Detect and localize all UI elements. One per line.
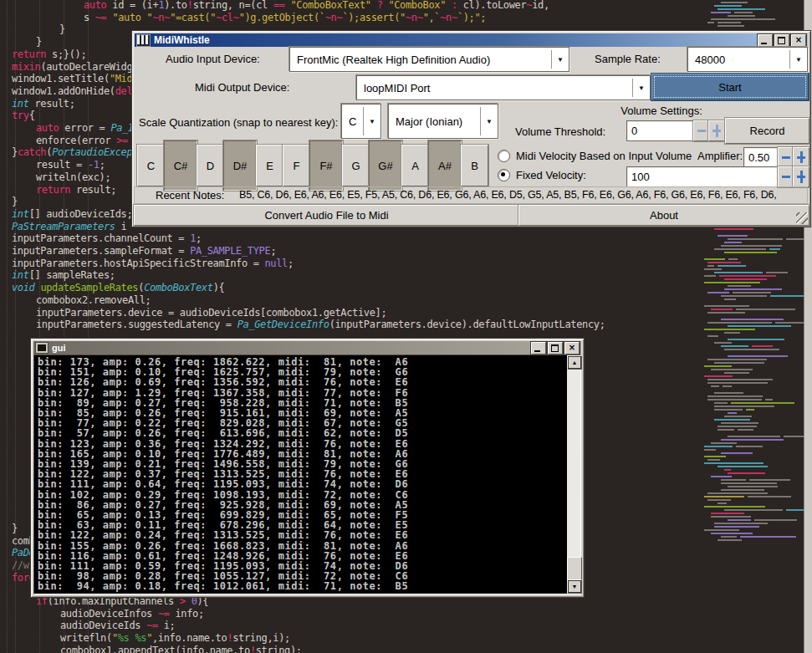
minimap-line xyxy=(707,459,720,461)
minimap-line xyxy=(728,436,780,437)
minimap-line xyxy=(719,275,776,277)
close-icon[interactable]: × xyxy=(564,342,580,355)
minimap-line xyxy=(707,379,773,380)
minimap-line xyxy=(714,419,750,421)
minimap-line xyxy=(718,265,746,267)
minimap-line xyxy=(718,429,734,431)
recent-notes-list: B5, C6, D6, E6, A6, E6, E5, F5, A5, C6, … xyxy=(239,189,806,201)
velocity-increment-button[interactable] xyxy=(793,166,809,187)
minimap-line xyxy=(718,503,727,504)
note-key-B[interactable]: B xyxy=(461,145,488,186)
minimap-line xyxy=(786,509,804,511)
code-line: } xyxy=(12,196,18,208)
minimap-line xyxy=(724,298,736,300)
code-line: combobox2.removeAll; xyxy=(36,294,151,307)
console-line: bin: 127, amp: 1.29, freq: 1367.358, mid… xyxy=(38,388,565,398)
note-key-E[interactable]: E xyxy=(256,145,283,186)
note-key-C#[interactable]: C# xyxy=(164,140,197,191)
minimap-line xyxy=(704,305,749,307)
note-key-F#[interactable]: F# xyxy=(309,140,343,191)
velocity-decrement-button[interactable] xyxy=(778,166,794,187)
minimap-line xyxy=(724,509,783,511)
note-key-D[interactable]: D xyxy=(197,145,224,186)
note-key-F[interactable]: F xyxy=(283,145,310,186)
minimap-line xyxy=(711,533,753,534)
minimize-icon[interactable] xyxy=(531,342,546,355)
scroll-down-icon[interactable]: ▼ xyxy=(567,579,582,594)
code-line: inputParameters.hostApiSpecificStreamInf… xyxy=(12,258,294,270)
minimap-line xyxy=(724,416,752,417)
console-line: bin: 111, amp: 0.64, freq: 1195.093, mid… xyxy=(38,479,565,489)
minimap-line xyxy=(718,539,742,541)
scroll-up-icon[interactable]: ▲ xyxy=(567,355,582,370)
minimap-line xyxy=(707,262,741,263)
minimap-line xyxy=(724,288,782,290)
minimap-line xyxy=(786,238,804,240)
scrollbar-thumb[interactable] xyxy=(567,557,582,580)
minimap-line xyxy=(752,345,773,347)
note-key-G#[interactable]: G# xyxy=(369,140,402,191)
console-title: gui xyxy=(52,343,66,353)
minimap-line xyxy=(711,476,732,477)
code-line: combobox1.appendText(info.name.to!string… xyxy=(60,645,302,653)
minimap-line xyxy=(707,292,729,293)
minimap-line xyxy=(728,339,784,340)
console-icon xyxy=(35,342,49,354)
maximize-icon[interactable] xyxy=(548,342,563,355)
minimap-line xyxy=(704,375,733,377)
minimap-line xyxy=(721,439,784,441)
minimap-line xyxy=(707,382,768,384)
minimap-line xyxy=(721,452,753,454)
minimap-line xyxy=(728,15,755,17)
minimap-line xyxy=(711,442,737,444)
fixed-velocity-radio[interactable] xyxy=(498,169,510,181)
minimap[interactable] xyxy=(699,227,804,544)
about-button[interactable]: About xyxy=(518,205,809,226)
console-line: bin: 57, amp: 0.26, freq: 613.696, midi:… xyxy=(38,428,565,438)
amplifier-decrement-button[interactable] xyxy=(778,147,794,167)
console-line: bin: 102, amp: 0.29, freq: 1098.193, mid… xyxy=(38,490,565,500)
minimap-line xyxy=(784,436,804,437)
minimap-line xyxy=(718,22,741,23)
code-line: int[] sampleRates; xyxy=(12,269,115,282)
note-key-A#[interactable]: A# xyxy=(428,140,462,191)
minimap-line xyxy=(718,426,757,427)
code-line: audioDeviceInfos ~= info; xyxy=(60,608,204,620)
note-key-G[interactable]: G xyxy=(342,145,370,186)
minimap-line xyxy=(704,258,725,260)
code-line: return result; xyxy=(36,184,116,196)
amplifier-increment-button[interactable] xyxy=(793,147,809,167)
midi-velocity-radio[interactable] xyxy=(498,150,510,162)
minimap-line xyxy=(721,479,746,481)
minimap-line xyxy=(711,18,775,20)
minimap-line xyxy=(707,335,718,337)
resize-grip[interactable] xyxy=(796,212,808,224)
code-line: } xyxy=(36,36,42,48)
code-line: int result; xyxy=(12,98,75,110)
console-line: bin: 122, amp: 0.24, freq: 1313.525, mid… xyxy=(38,530,565,540)
minimap-line xyxy=(749,479,790,481)
minimap-line xyxy=(721,245,782,247)
minimap-line xyxy=(724,469,731,471)
note-key-C[interactable]: C xyxy=(137,145,165,186)
minimap-line xyxy=(754,519,797,521)
minimap-line xyxy=(711,12,731,13)
minimap-line xyxy=(721,345,748,347)
console-scrollbar[interactable]: ▲ ▼ xyxy=(567,355,580,594)
minimap-line xyxy=(714,409,743,411)
minimap-line xyxy=(721,482,777,484)
minimap-line xyxy=(770,295,804,297)
note-key-A[interactable]: A xyxy=(401,145,429,186)
minimap-line xyxy=(704,275,716,277)
code-line: audioDeviceIds ~= i; xyxy=(60,620,176,632)
fixed-velocity-input[interactable]: 100 xyxy=(626,166,787,187)
note-key-D#[interactable]: D# xyxy=(223,140,257,191)
minimap-line xyxy=(714,523,768,524)
code-line: try{ xyxy=(12,110,35,122)
indent-guide xyxy=(7,0,8,653)
minimap[interactable] xyxy=(699,0,804,30)
console-titlebar[interactable]: gui × xyxy=(33,341,581,355)
convert-audio-button[interactable]: Convert Audio File to Midi xyxy=(134,205,519,226)
minimap-line xyxy=(704,329,755,330)
minimap-line xyxy=(721,536,737,538)
